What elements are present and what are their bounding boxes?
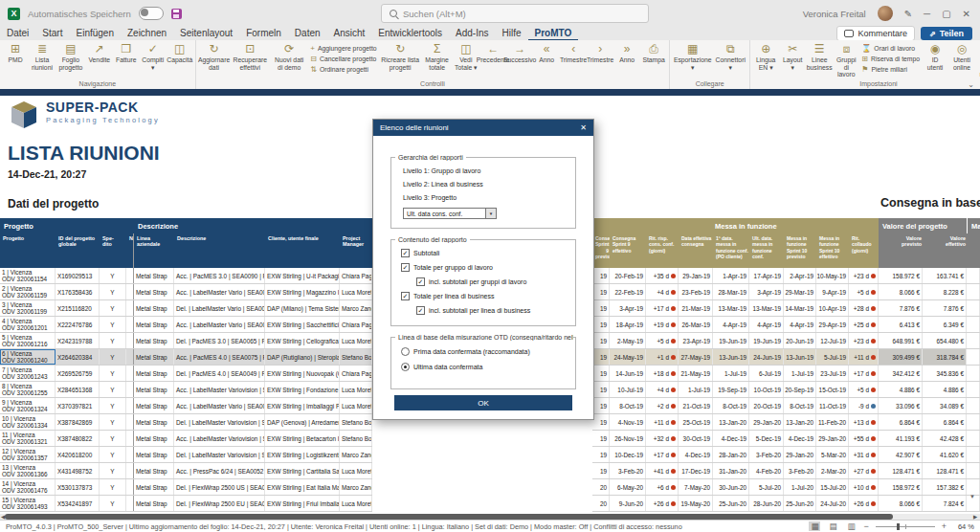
table-row[interactable]: 8.066 €8.228 €	[879, 284, 980, 300]
actual-delivery-date-cell[interactable]: 25-Oct-19	[679, 414, 713, 430]
table-row[interactable]: 1910-Jul-19+4 d1-Jul-1919-Sep-1910-Oct-1…	[592, 382, 879, 398]
table-row[interactable]: 1 | Vicenza ODV 320061154X169029513YMeta…	[0, 268, 372, 284]
delivery-sprint9-actual-cell[interactable]: 6-May-20	[610, 479, 646, 495]
delay-vs-confirmed-cell[interactable]: +2 d	[646, 398, 679, 413]
business-line-cell[interactable]: Metal Strap	[134, 349, 174, 365]
global-id-cell[interactable]: X534241897	[56, 496, 100, 511]
delay-vs-confirmed-cell[interactable]: +17 d	[646, 447, 679, 462]
checkbox-checked-icon[interactable]: ✓	[401, 263, 410, 272]
project-manager-cell[interactable]: Stefano Borsa	[340, 349, 372, 365]
first-commissioning-date-cell[interactable]: 28-Jan-20	[713, 447, 749, 462]
actual-delivery-date-cell[interactable]: 30-Oct-19	[679, 431, 713, 446]
delay-vs-confirmed-cell[interactable]: +17 d	[646, 300, 679, 316]
chevron-down-icon[interactable]: ▼	[485, 209, 496, 218]
business-line-cell[interactable]: Metal Strap	[134, 366, 174, 381]
planned-value-cell[interactable]: 342.412 €	[879, 366, 923, 381]
delay-vs-confirmed-cell[interactable]: +1 d	[646, 349, 679, 365]
ribbon-button-trimestre[interactable]: ‹Trimestre	[560, 41, 587, 65]
ribbon-button-recuperare-effettivi[interactable]: ⊡Recuperare effettivi	[230, 41, 270, 72]
project-cell[interactable]: 1 | Vicenza ODV 320061154	[0, 268, 56, 283]
table-row[interactable]: 14 | Vicenza ODV 320061476X530137873YMet…	[0, 479, 372, 496]
delay-vs-confirmed-cell[interactable]: +32 d	[646, 431, 679, 446]
test-delay-cell[interactable]: +11 d	[849, 349, 879, 365]
table-row[interactable]: 206-May-20+6 d7-May-2030-Jun-205-Jul-201…	[592, 479, 879, 496]
delay-vs-confirmed-cell[interactable]: +26 d	[646, 496, 679, 511]
delivery-sprint9-actual-cell[interactable]: 26-Nov-19	[610, 431, 646, 446]
checkbox-row[interactable]: ✓Totale per linea di business	[401, 292, 575, 300]
actual-delivery-date-cell[interactable]: 26-Mar-19	[679, 317, 713, 332]
customer-cell[interactable]: EXW Stirling | Nuovopak (Gen. C	[265, 366, 340, 381]
description-cell[interactable]: Del. | LabelMaster Vario | SEA0090 |	[174, 300, 265, 316]
commissioning-sprint10-actual-cell[interactable]: 29-Apr-19	[816, 317, 849, 332]
project-manager-cell[interactable]: Marco Zanetti	[340, 447, 372, 462]
ribbon-button-cancellare-progetto[interactable]: ⊟Cancellare progetto	[310, 55, 376, 63]
global-id-cell[interactable]: X222476786	[56, 317, 100, 332]
tab-start[interactable]: Start	[35, 26, 69, 39]
shipped-cell[interactable]: Y	[100, 366, 126, 381]
table-row[interactable]: 648.991 €654.480 €	[879, 333, 980, 349]
commissioning-sprint10-actual-cell[interactable]: 23-Jul-19	[816, 366, 849, 381]
commissioning-sprint10-actual-cell[interactable]: 15-Oct-19	[816, 382, 849, 397]
delivery-sprint9-actual-cell[interactable]: 18-Apr-19	[610, 317, 646, 332]
description-cell[interactable]: Acc. | LabelMaster Variovision | SEA0	[174, 431, 265, 446]
vertical-scroll-down-icon[interactable]: ▼	[969, 494, 975, 499]
project-cell[interactable]: 12 | Vicenza ODV 320061357	[0, 447, 56, 462]
ribbon-button-id-utenti[interactable]: ◉ID utenti	[922, 41, 948, 72]
test-delay-cell[interactable]: +28 d	[849, 300, 879, 316]
test-delay-cell[interactable]: +5 d	[849, 284, 879, 299]
planned-value-cell[interactable]: 158.972 €	[879, 268, 923, 283]
test-delay-cell[interactable]: +13 d	[849, 414, 879, 430]
checkbox-checked-icon[interactable]: ✓	[416, 306, 425, 315]
planned-value-cell[interactable]: 309.499 €	[879, 349, 923, 365]
description-cell[interactable]: Del. | PacMES 4.0 | SEA0049 | P.72	[174, 366, 265, 381]
table-row[interactable]: 128.471 €128.471 €	[879, 463, 980, 479]
shipped-cell[interactable]: Y	[100, 398, 126, 413]
actual-delivery-date-cell[interactable]: 7-May-20	[679, 479, 713, 495]
shipped-cell[interactable]: Y	[100, 431, 126, 446]
description-cell[interactable]: Acc. | LabelMaster Vario | SEA0016 |	[174, 284, 265, 299]
table-row[interactable]: 7.876 €7.876 €	[879, 300, 980, 317]
last-commissioning-date-cell[interactable]: 5-Jul-20	[749, 479, 784, 495]
commissioning-sprint10-planned-cell[interactable]: 2-Apr-19	[784, 268, 816, 283]
first-commissioning-date-cell[interactable]: 31-Jan-20	[713, 463, 749, 478]
ribbon-button-anno[interactable]: »Anno	[613, 41, 640, 65]
avatar[interactable]	[878, 6, 893, 21]
planned-value-cell[interactable]: 6.864 €	[879, 414, 923, 430]
planned-value-cell[interactable]: 4.886 €	[879, 382, 923, 397]
last-commissioning-date-cell[interactable]: 3-Feb-20	[749, 447, 784, 462]
commissioning-sprint10-planned-cell[interactable]: 25-Jun-20	[784, 496, 816, 511]
customer-cell[interactable]: EXW Stirling | Cellografica Cortc	[265, 333, 340, 348]
customer-cell[interactable]: EXW Stirling | Betacarton Italia C	[265, 431, 340, 446]
last-commissioning-date-cell[interactable]: 28-Jun-20	[749, 496, 784, 511]
zoom-slider[interactable]	[876, 526, 935, 527]
planned-value-cell[interactable]: 158.972 €	[879, 479, 923, 495]
description-cell[interactable]: Del. | LabelMaster Variovision | SEA0	[174, 447, 265, 462]
global-id-cell[interactable]: X242319788	[56, 333, 100, 348]
customer-cell[interactable]: EXW Stirling | Magazzino Imbo	[265, 284, 340, 299]
table-row[interactable]: 33.096 €34.089 €	[879, 398, 980, 414]
ribbon-button-compiti[interactable]: ✓Compiti ▾	[140, 41, 167, 72]
first-commissioning-date-cell[interactable]: 4-Apr-19	[713, 317, 749, 332]
ribbon-button-filtro-lista-riunioni[interactable]: ≔Filtro lista riunioni	[975, 41, 980, 79]
project-cell[interactable]: 7 | Vicenza ODV 320061243	[0, 366, 56, 381]
customer-cell[interactable]: EXW Stirling | U-it Packaging Cc	[265, 268, 340, 283]
table-row[interactable]: 8 | Vicenza ODV 320061255X284651368YMeta…	[0, 382, 372, 398]
shipped-cell[interactable]: Y	[100, 447, 126, 462]
description-cell[interactable]: Acc. | LabelMaster Vario | SEA0008 |	[174, 317, 265, 332]
zoom-out-icon[interactable]: −	[863, 521, 868, 531]
table-row[interactable]: 194-Nov-19+11 d25-Oct-1913-Jan-2029-Jan-…	[592, 414, 879, 431]
sort-criteria-dropdown[interactable]: Ult. data cons. conf. ▼	[403, 208, 497, 219]
commissioning-sprint10-planned-cell[interactable]: 1-Jul-20	[784, 479, 816, 495]
shipped-cell[interactable]: Y	[100, 414, 126, 430]
ribbon-button-pmd[interactable]: ⊞PMD	[2, 41, 29, 65]
delay-vs-confirmed-cell[interactable]: +5 d	[646, 333, 679, 348]
ribbon-button-foglio-progetto[interactable]: ▤Foglio progetto	[56, 41, 86, 72]
actual-delivery-date-cell[interactable]: 23-Feb-19	[679, 284, 713, 299]
shipped-cell[interactable]: Y	[100, 479, 126, 495]
ribbon-button-ricreare-lista-progetti[interactable]: ↻Ricreare lista progetti	[379, 41, 422, 72]
commissioning-sprint10-planned-cell[interactable]: 1-Jul-19	[784, 366, 816, 381]
actual-value-cell[interactable]: 157.382 €	[923, 479, 967, 495]
tab-einfügen[interactable]: Einfügen	[69, 26, 120, 39]
project-cell[interactable]: 3 | Vicenza ODV 320061199	[0, 300, 56, 316]
description-cell[interactable]: Del. | PacMES 3.0 | SEA0065 | P.76	[174, 333, 265, 348]
